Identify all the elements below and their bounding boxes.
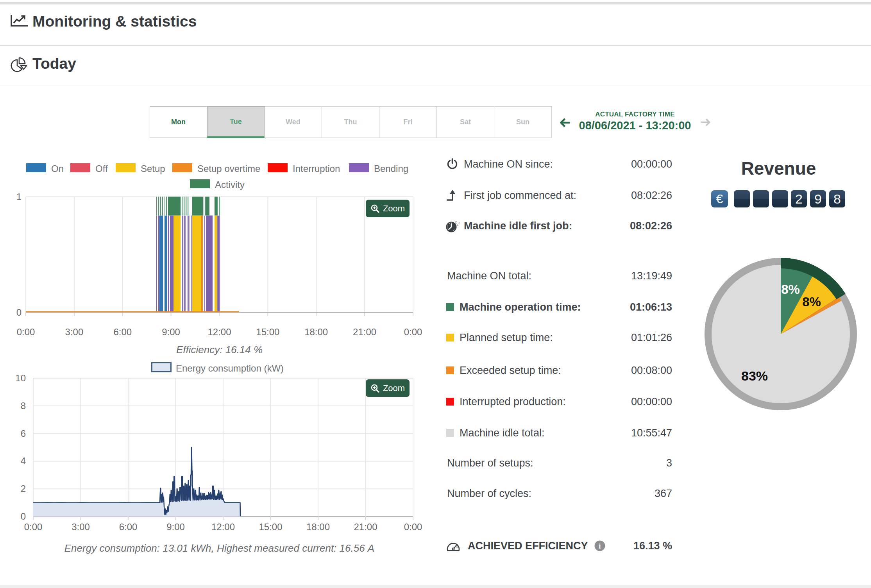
svg-text:12:00: 12:00 <box>207 327 231 337</box>
svg-text:6: 6 <box>21 428 26 439</box>
svg-text:83%: 83% <box>741 368 768 383</box>
svg-text:9:00: 9:00 <box>162 327 180 337</box>
svg-text:0:00: 0:00 <box>17 327 35 337</box>
svg-text:18:00: 18:00 <box>306 522 330 532</box>
svg-text:8%: 8% <box>802 295 821 309</box>
svg-text:6:00: 6:00 <box>113 327 132 337</box>
svg-text:8%: 8% <box>781 282 800 297</box>
svg-text:8: 8 <box>21 400 26 411</box>
svg-text:0: 0 <box>21 511 26 522</box>
svg-text:3:00: 3:00 <box>65 327 84 337</box>
svg-text:15:00: 15:00 <box>259 522 282 532</box>
svg-text:1: 1 <box>16 191 21 202</box>
svg-text:18:00: 18:00 <box>304 327 328 337</box>
svg-text:15:00: 15:00 <box>256 327 279 337</box>
svg-text:0:00: 0:00 <box>24 522 43 532</box>
svg-text:3:00: 3:00 <box>72 522 90 532</box>
svg-text:z: z <box>458 221 460 224</box>
svg-text:4: 4 <box>21 456 26 466</box>
svg-text:2: 2 <box>21 483 26 494</box>
svg-text:10: 10 <box>15 373 26 383</box>
svg-text:9:00: 9:00 <box>166 522 185 532</box>
svg-text:0:00: 0:00 <box>404 522 422 532</box>
svg-text:0:00: 0:00 <box>404 327 422 337</box>
svg-text:12:00: 12:00 <box>211 522 235 532</box>
svg-text:21:00: 21:00 <box>353 327 376 337</box>
svg-text:21:00: 21:00 <box>354 522 377 532</box>
svg-text:6:00: 6:00 <box>119 522 138 532</box>
svg-text:0: 0 <box>16 307 21 318</box>
